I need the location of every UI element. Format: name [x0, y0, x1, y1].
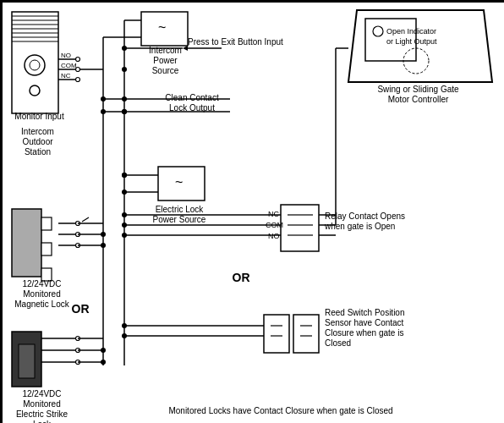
svg-point-57	[101, 232, 106, 237]
svg-point-71	[101, 348, 106, 353]
svg-point-102	[373, 26, 383, 36]
svg-text:NO: NO	[268, 232, 280, 240]
intercom-power-source-label: Intercom Power Source	[142, 46, 189, 76]
svg-text:NO: NO	[61, 52, 71, 59]
svg-rect-62	[19, 344, 35, 378]
svg-point-86	[122, 233, 127, 238]
svg-point-10	[30, 60, 40, 70]
svg-point-19	[76, 68, 80, 72]
svg-rect-74	[281, 205, 319, 251]
svg-text:or Light Output: or Light Output	[386, 37, 437, 46]
svg-point-82	[122, 212, 127, 217]
electric-strike-label: 12/24VDC Monitored Electric Strike Lock	[6, 389, 78, 423]
electric-lock-power-source-label: Electric Lock Power Source	[145, 205, 213, 225]
svg-rect-45	[12, 209, 41, 277]
svg-text:~: ~	[158, 20, 166, 35]
svg-point-97	[122, 323, 127, 328]
svg-text:NC: NC	[61, 72, 71, 80]
svg-point-108	[122, 67, 127, 72]
svg-point-20	[76, 78, 80, 82]
relay-contact-label: Relay Contact Opens when gate is Open	[325, 212, 426, 232]
press-to-exit-label: Press to Exit Button Input	[188, 37, 289, 47]
svg-point-18	[76, 58, 80, 62]
svg-text:NC: NC	[268, 210, 279, 218]
swing-gate-label: Swing or Sliding Gate Motor Controller	[353, 85, 484, 105]
or-label-1: OR	[68, 302, 93, 316]
svg-rect-46	[41, 217, 52, 230]
svg-point-11	[30, 85, 40, 96]
wiring-diagram: NO COM NC ~	[0, 0, 504, 423]
svg-point-112	[101, 96, 106, 102]
svg-rect-47	[41, 243, 52, 255]
svg-rect-90	[264, 315, 289, 353]
svg-text:COM: COM	[61, 62, 77, 69]
clean-contact-lock-output-label: Clean Contact Lock Output	[150, 93, 234, 113]
svg-point-114	[101, 109, 106, 114]
svg-point-44	[122, 190, 127, 195]
svg-point-84	[122, 222, 127, 228]
monitor-input-label: Monitor Input	[12, 112, 67, 122]
svg-point-73	[101, 360, 106, 365]
or-label-2: OR	[220, 271, 262, 285]
monitored-locks-label: Monitored Locks have Contact Closure whe…	[137, 406, 425, 416]
svg-rect-91	[293, 315, 319, 353]
svg-point-34	[122, 46, 127, 51]
svg-point-110	[122, 173, 127, 178]
reed-switch-label: Reed Switch Position Sensor have Contact…	[325, 308, 435, 349]
intercom-outdoor-station-label: Intercom Outdoor Station	[6, 127, 69, 157]
svg-text:Open Indicator: Open Indicator	[386, 27, 436, 36]
svg-text:~: ~	[175, 175, 183, 190]
svg-point-99	[122, 333, 127, 338]
svg-point-59	[101, 243, 106, 248]
